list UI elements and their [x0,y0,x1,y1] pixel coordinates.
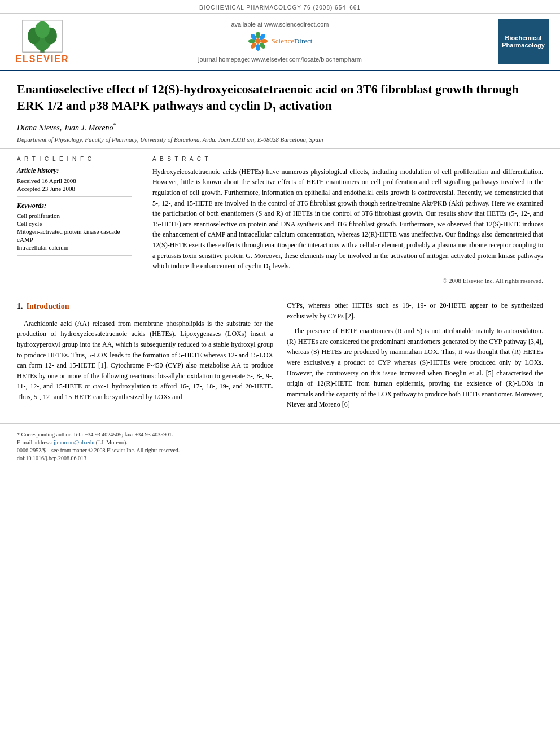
body-col-left: 1.Introduction Arachidonic acid (AA) rel… [17,300,273,414]
section-number: 1. [17,302,23,311]
elsevier-logo: ELSEVIER [11,19,73,64]
header-section: ELSEVIER available at www.sciencedirect.… [0,14,560,71]
history-label: Article history: [17,167,132,175]
keyword-2: Cell cycle [17,220,132,227]
intro-para-1: Arachidonic acid (AA) released from memb… [17,318,273,403]
keyword-4: cAMP [17,236,132,243]
doi-note: doi:10.1016/j.bcp.2008.06.013 [17,455,543,461]
license-note: 0006-2952/$ – see front matter © 2008 El… [17,447,543,453]
sciencedirect-logo: ScienceDirect [248,31,313,51]
biochem-pharm-logo: Biochemical Pharmacology [487,19,549,64]
sciencedirect-icon [248,31,268,51]
email-link[interactable]: jjmoreno@ub.edu [54,439,94,445]
abstract-label: A B S T R A C T [152,156,543,162]
page-wrapper: BIOCHEMICAL PHARMACOLOGY 76 (2008) 654–6… [0,0,560,747]
keyword-3: Mitogen-activated protein kinase cascade [17,228,132,235]
available-text: available at www.sciencedirect.com [231,21,329,28]
journal-bar: BIOCHEMICAL PHARMACOLOGY 76 (2008) 654–6… [0,0,560,14]
keyword-1: Cell proliferation [17,212,132,219]
divider2 [17,255,132,256]
footer-notes: * Corresponding author. Tel.: +34 93 402… [0,423,560,466]
article-info-abstract: A R T I C L E I N F O Article history: R… [0,149,560,291]
divider [17,196,132,197]
received-date: Received 16 April 2008 [17,177,132,184]
main-content: 1.Introduction Arachidonic acid (AA) rel… [0,291,560,423]
email-note: E-mail address: jjmoreno@ub.edu (J.J. Mo… [17,439,543,445]
intro-para-2: CYPs, whereas other HETEs such as 18-, 1… [287,300,543,321]
journal-citation: BIOCHEMICAL PHARMACOLOGY 76 (2008) 654–6… [199,5,361,11]
accepted-date: Accepted 23 June 2008 [17,185,132,192]
sciencedirect-science-text: Science [272,37,294,46]
copyright: © 2008 Elsevier Inc. All rights reserved… [152,277,543,284]
affiliation: Department of Physiology, Faculty of Pha… [17,136,543,143]
journal-homepage: journal homepage: www.elsevier.com/locat… [198,56,362,63]
center-header: available at www.sciencedirect.com Scien… [73,21,487,63]
left-col-article-info: A R T I C L E I N F O Article history: R… [17,156,141,284]
sciencedirect-direct-text: Direct [294,37,312,46]
elsevier-tree-icon [20,19,65,53]
two-col-body: 1.Introduction Arachidonic acid (AA) rel… [17,300,543,414]
article-info-label: A R T I C L E I N F O [17,156,132,162]
elsevier-text: ELSEVIER [15,54,69,64]
svg-point-4 [35,21,50,38]
keywords-label: Keywords: [17,202,132,210]
body-col-right: CYPs, whereas other HETEs such as 18-, 1… [287,300,543,414]
section-title: Introduction [27,302,69,311]
authors: Diana Nieves, Juan J. Moreno* [17,122,543,133]
title-section: Enantioselective effect of 12(S)-hydroxy… [0,71,560,149]
right-col-abstract: A B S T R A C T Hydroxyeicosatetraenoic … [152,156,543,284]
abstract-text: Hydroxyeicosatetraenoic acids (HETEs) ha… [152,167,543,273]
footer-divider [17,429,280,429]
keyword-5: Intracellular calcium [17,244,132,251]
intro-para-3: The presence of HETE enantiomers (R and … [287,326,543,410]
bp-logo-title: Biochemical Pharmacology [502,34,545,49]
corresponding-author-note: * Corresponding author. Tel.: +34 93 402… [17,431,543,438]
article-title: Enantioselective effect of 12(S)-hydroxy… [17,81,543,115]
svg-point-6 [255,38,261,44]
